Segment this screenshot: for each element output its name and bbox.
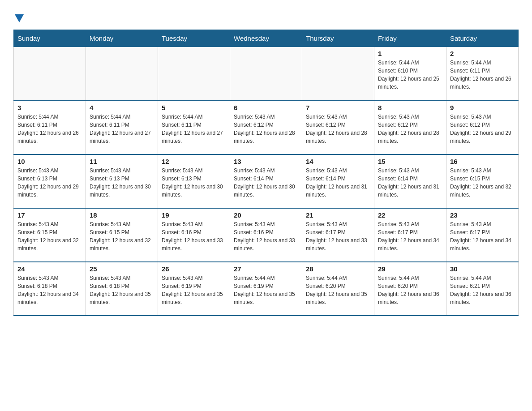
calendar-day-cell: 28Sunrise: 5:44 AMSunset: 6:20 PMDayligh…	[302, 262, 374, 316]
day-number: 3	[17, 104, 82, 111]
calendar-day-cell: 24Sunrise: 5:43 AMSunset: 6:18 PMDayligh…	[14, 262, 86, 316]
day-info: Sunrise: 5:43 AMSunset: 6:16 PMDaylight:…	[162, 220, 226, 253]
calendar-day-cell: 30Sunrise: 5:44 AMSunset: 6:21 PMDayligh…	[446, 262, 519, 316]
calendar-day-cell: 15Sunrise: 5:43 AMSunset: 6:14 PMDayligh…	[374, 154, 446, 208]
calendar-day-cell: 13Sunrise: 5:43 AMSunset: 6:14 PMDayligh…	[230, 154, 302, 208]
day-number: 25	[90, 265, 154, 273]
day-info: Sunrise: 5:44 AMSunset: 6:20 PMDaylight:…	[378, 274, 442, 306]
calendar-table: SundayMondayTuesdayWednesdayThursdayFrid…	[13, 30, 519, 316]
day-number: 12	[162, 158, 226, 165]
calendar-day-cell: 4Sunrise: 5:44 AMSunset: 6:11 PMDaylight…	[86, 101, 158, 154]
logo-triangle-icon	[15, 14, 24, 22]
day-info: Sunrise: 5:43 AMSunset: 6:12 PMDaylight:…	[450, 113, 515, 145]
calendar-body: 1Sunrise: 5:44 AMSunset: 6:10 PMDaylight…	[14, 47, 519, 316]
calendar-day-cell	[14, 47, 86, 101]
day-number: 6	[234, 104, 298, 111]
calendar-day-cell: 7Sunrise: 5:43 AMSunset: 6:12 PMDaylight…	[302, 101, 374, 154]
days-of-week-row: SundayMondayTuesdayWednesdayThursdayFrid…	[14, 30, 519, 47]
calendar-day-cell: 5Sunrise: 5:44 AMSunset: 6:11 PMDaylight…	[158, 101, 230, 154]
day-number: 22	[378, 211, 442, 219]
day-of-week-header: Sunday	[14, 30, 86, 47]
calendar-day-cell: 10Sunrise: 5:43 AMSunset: 6:13 PMDayligh…	[14, 154, 86, 208]
day-number: 15	[378, 158, 442, 165]
day-info: Sunrise: 5:43 AMSunset: 6:18 PMDaylight:…	[17, 274, 82, 306]
calendar-day-cell	[86, 47, 158, 101]
day-number: 26	[162, 265, 226, 273]
day-info: Sunrise: 5:44 AMSunset: 6:11 PMDaylight:…	[90, 113, 154, 145]
day-info: Sunrise: 5:43 AMSunset: 6:19 PMDaylight:…	[162, 274, 226, 306]
day-number: 30	[450, 265, 515, 273]
day-number: 4	[90, 104, 154, 111]
day-info: Sunrise: 5:43 AMSunset: 6:13 PMDaylight:…	[162, 167, 226, 199]
day-info: Sunrise: 5:44 AMSunset: 6:11 PMDaylight:…	[450, 59, 515, 91]
day-info: Sunrise: 5:43 AMSunset: 6:12 PMDaylight:…	[234, 113, 298, 145]
day-info: Sunrise: 5:43 AMSunset: 6:16 PMDaylight:…	[234, 220, 298, 253]
calendar-week-row: 17Sunrise: 5:43 AMSunset: 6:15 PMDayligh…	[14, 208, 519, 262]
calendar-day-cell: 8Sunrise: 5:43 AMSunset: 6:12 PMDaylight…	[374, 101, 446, 154]
day-of-week-header: Wednesday	[230, 30, 302, 47]
day-number: 10	[17, 158, 82, 165]
calendar-day-cell: 11Sunrise: 5:43 AMSunset: 6:13 PMDayligh…	[86, 154, 158, 208]
day-info: Sunrise: 5:43 AMSunset: 6:15 PMDaylight:…	[17, 220, 82, 253]
day-info: Sunrise: 5:43 AMSunset: 6:17 PMDaylight:…	[378, 220, 442, 253]
day-info: Sunrise: 5:43 AMSunset: 6:17 PMDaylight:…	[450, 220, 515, 253]
day-number: 28	[306, 265, 370, 273]
day-number: 20	[234, 211, 298, 219]
calendar-day-cell: 9Sunrise: 5:43 AMSunset: 6:12 PMDaylight…	[446, 101, 519, 154]
calendar-day-cell: 20Sunrise: 5:43 AMSunset: 6:16 PMDayligh…	[230, 208, 302, 262]
day-number: 14	[306, 158, 370, 165]
day-info: Sunrise: 5:43 AMSunset: 6:12 PMDaylight:…	[306, 113, 370, 145]
calendar-week-row: 10Sunrise: 5:43 AMSunset: 6:13 PMDayligh…	[14, 154, 519, 208]
calendar-day-cell: 23Sunrise: 5:43 AMSunset: 6:17 PMDayligh…	[446, 208, 519, 262]
calendar-day-cell: 27Sunrise: 5:44 AMSunset: 6:19 PMDayligh…	[230, 262, 302, 316]
calendar-day-cell: 3Sunrise: 5:44 AMSunset: 6:11 PMDaylight…	[14, 101, 86, 154]
calendar-day-cell	[230, 47, 302, 101]
calendar-day-cell: 14Sunrise: 5:43 AMSunset: 6:14 PMDayligh…	[302, 154, 374, 208]
day-info: Sunrise: 5:43 AMSunset: 6:12 PMDaylight:…	[378, 113, 442, 145]
day-number: 19	[162, 211, 226, 219]
day-info: Sunrise: 5:44 AMSunset: 6:21 PMDaylight:…	[450, 274, 515, 306]
calendar-day-cell: 16Sunrise: 5:43 AMSunset: 6:15 PMDayligh…	[446, 154, 519, 208]
calendar-week-row: 3Sunrise: 5:44 AMSunset: 6:11 PMDaylight…	[14, 101, 519, 154]
calendar-day-cell: 18Sunrise: 5:43 AMSunset: 6:15 PMDayligh…	[86, 208, 158, 262]
day-number: 7	[306, 104, 370, 111]
day-info: Sunrise: 5:44 AMSunset: 6:20 PMDaylight:…	[306, 274, 370, 306]
calendar-day-cell: 12Sunrise: 5:43 AMSunset: 6:13 PMDayligh…	[158, 154, 230, 208]
day-number: 8	[378, 104, 442, 111]
day-number: 9	[450, 104, 515, 111]
calendar-week-row: 1Sunrise: 5:44 AMSunset: 6:10 PMDaylight…	[14, 47, 519, 101]
calendar-day-cell: 21Sunrise: 5:43 AMSunset: 6:17 PMDayligh…	[302, 208, 374, 262]
calendar-day-cell	[302, 47, 374, 101]
calendar-day-cell: 1Sunrise: 5:44 AMSunset: 6:10 PMDaylight…	[374, 47, 446, 101]
calendar-week-row: 24Sunrise: 5:43 AMSunset: 6:18 PMDayligh…	[14, 262, 519, 316]
day-number: 16	[450, 158, 515, 165]
day-number: 17	[17, 211, 82, 219]
day-number: 5	[162, 104, 226, 111]
day-info: Sunrise: 5:43 AMSunset: 6:15 PMDaylight:…	[450, 167, 515, 199]
logo	[13, 13, 24, 22]
day-number: 27	[234, 265, 298, 273]
day-number: 13	[234, 158, 298, 165]
calendar-day-cell: 22Sunrise: 5:43 AMSunset: 6:17 PMDayligh…	[374, 208, 446, 262]
day-info: Sunrise: 5:44 AMSunset: 6:11 PMDaylight:…	[17, 113, 82, 145]
day-of-week-header: Tuesday	[158, 30, 230, 47]
day-number: 11	[90, 158, 154, 165]
day-info: Sunrise: 5:44 AMSunset: 6:19 PMDaylight:…	[234, 274, 298, 306]
calendar-day-cell: 25Sunrise: 5:43 AMSunset: 6:18 PMDayligh…	[86, 262, 158, 316]
calendar-day-cell: 6Sunrise: 5:43 AMSunset: 6:12 PMDaylight…	[230, 101, 302, 154]
day-info: Sunrise: 5:44 AMSunset: 6:11 PMDaylight:…	[162, 113, 226, 145]
calendar-day-cell	[158, 47, 230, 101]
day-number: 29	[378, 265, 442, 273]
page-header	[13, 9, 519, 22]
day-number: 18	[90, 211, 154, 219]
day-info: Sunrise: 5:44 AMSunset: 6:10 PMDaylight:…	[378, 59, 442, 91]
day-number: 2	[450, 50, 515, 57]
day-info: Sunrise: 5:43 AMSunset: 6:13 PMDaylight:…	[17, 167, 82, 199]
calendar-day-cell: 2Sunrise: 5:44 AMSunset: 6:11 PMDaylight…	[446, 47, 519, 101]
day-of-week-header: Thursday	[302, 30, 374, 47]
day-number: 24	[17, 265, 82, 273]
day-info: Sunrise: 5:43 AMSunset: 6:17 PMDaylight:…	[306, 220, 370, 253]
day-info: Sunrise: 5:43 AMSunset: 6:14 PMDaylight:…	[234, 167, 298, 199]
calendar-day-cell: 17Sunrise: 5:43 AMSunset: 6:15 PMDayligh…	[14, 208, 86, 262]
day-of-week-header: Friday	[374, 30, 446, 47]
